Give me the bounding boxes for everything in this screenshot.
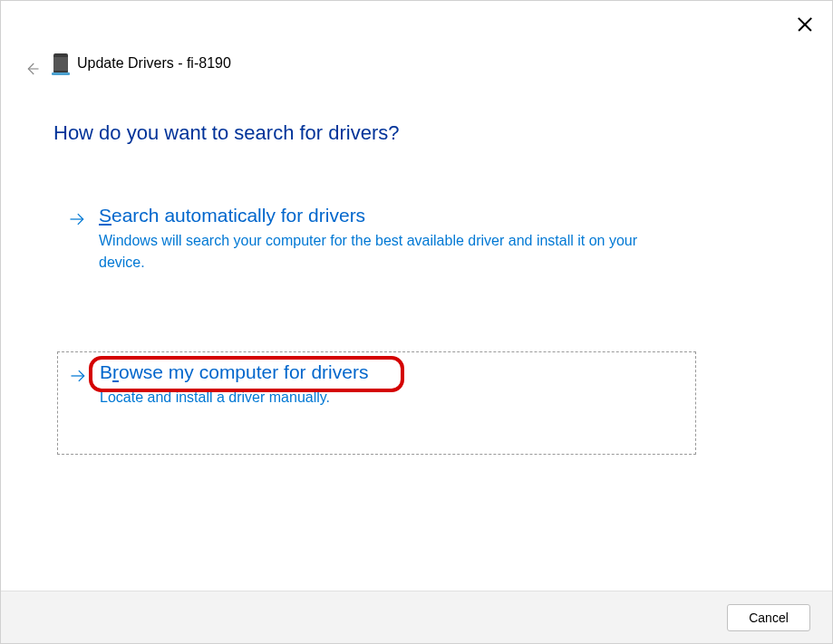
device-icon [53, 53, 68, 73]
option-auto-title: Search automatically for drivers [99, 205, 679, 226]
option-browse-title: Browse my computer for drivers [100, 361, 368, 383]
options-list: Search automatically for drivers Windows… [57, 196, 696, 455]
dialog-window: Update Drivers - fi-8190 How do you want… [0, 0, 833, 644]
dialog-footer: Cancel [1, 591, 832, 643]
option-content: Browse my computer for drivers Locate an… [100, 361, 368, 409]
wizard-header: Update Drivers - fi-8190 [53, 53, 231, 73]
window-title: Update Drivers - fi-8190 [77, 55, 231, 72]
option-search-automatically[interactable]: Search automatically for drivers Windows… [57, 196, 696, 303]
arrow-right-icon [68, 210, 86, 232]
option-browse-desc: Locate and install a driver manually. [100, 387, 368, 409]
option-auto-desc: Windows will search your computer for th… [99, 230, 679, 274]
page-heading: How do you want to search for drivers? [53, 121, 400, 145]
arrow-right-icon [69, 367, 87, 389]
option-content: Search automatically for drivers Windows… [99, 205, 679, 274]
close-icon[interactable] [794, 14, 816, 35]
option-browse-computer[interactable]: Browse my computer for drivers Locate an… [57, 351, 696, 455]
back-button[interactable] [21, 58, 43, 80]
cancel-button[interactable]: Cancel [727, 604, 810, 631]
arrow-left-icon [24, 61, 40, 77]
